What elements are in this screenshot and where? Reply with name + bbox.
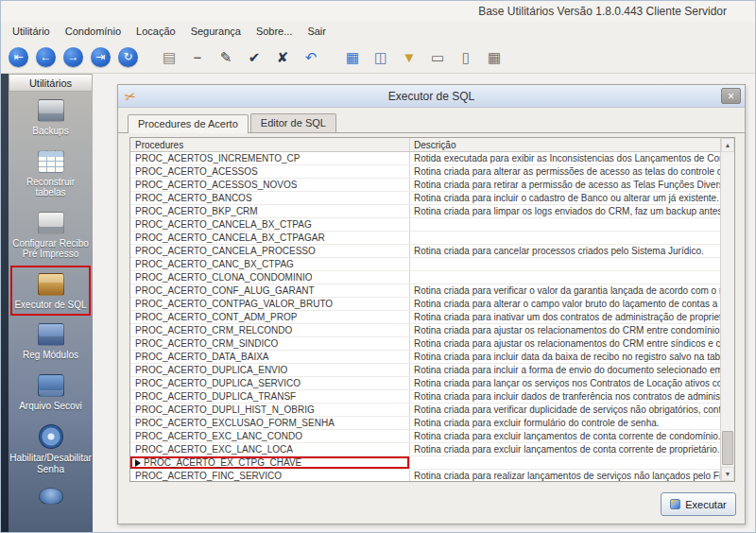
row-selector-arrow (135, 459, 141, 467)
table-row[interactable]: PROC_ACERTO_EX_CTPG_CHAVE (130, 456, 720, 470)
save-grid-icon[interactable]: ▦ (342, 45, 363, 68)
sidebar-item-reconstruir-tabelas[interactable]: Reconstruir tabelas (9, 143, 93, 204)
column-header-procedures[interactable]: Procedures (130, 138, 410, 151)
table-row[interactable]: PROC_ACERTO_CLONA_CONDOMINIO (130, 271, 720, 284)
dialog-header: ✂ Executor de SQL × (118, 85, 745, 108)
scrollbar-thumb[interactable] (722, 431, 733, 465)
description-cell: Rotina criada para ajustar os relacionam… (410, 324, 720, 336)
procedure-cell: PROC_ACERTO_BANCOS (130, 192, 410, 204)
table-row[interactable]: PROC_ACERTO_DUPLICA_SERVICO Rotina criad… (130, 377, 720, 390)
description-cell: Rotida executada para exibir as Inconsis… (410, 152, 720, 164)
table-row[interactable]: PROC_ACERTO_EXCLUSAO_FORM_SENHA Rotina c… (130, 417, 720, 430)
nav-next-icon[interactable]: → (63, 47, 83, 67)
procedure-cell: PROC_ACERTO_DUPLICA_SERVICO (130, 377, 410, 389)
table-row[interactable]: PROC_ACERTO_CONTPAG_VALOR_BRUTO Rotina c… (130, 298, 720, 311)
refresh-icon[interactable]: ↻ (118, 47, 138, 67)
sidebar-item-backups[interactable]: Backups (9, 92, 93, 143)
cancel-icon[interactable]: ✘ (272, 45, 293, 68)
procedure-cell: PROC_ACERTO_CANCELA_PROCESSO (130, 245, 410, 257)
sidebar-item-configurar-recibo[interactable]: Configurar Recibo Pré Impresso (9, 204, 93, 266)
procedure-name: PROC_ACERTO_CANCELA_BX_CTPAG (135, 219, 312, 230)
edit-icon[interactable]: ✎ (215, 45, 236, 68)
procedure-name: PROC_ACERTO_EXC_LANC_LOCA (135, 444, 293, 455)
nav-first-icon[interactable]: ⇤ (9, 47, 28, 67)
table-row[interactable]: PROC_ACERTO_CONT_ADM_PROP Rotina criada … (130, 311, 720, 324)
procedure-cell: PROC_ACERTOS_INCREMENTO_CP (130, 152, 410, 164)
toolbar-icon-glyph: ⇤ (13, 51, 23, 62)
password-disc-icon (39, 424, 63, 449)
procedure-name: PROC_ACERTO_ACESSOS (135, 166, 258, 177)
left-edge-strip (1, 74, 9, 532)
execute-button[interactable]: Executar (661, 492, 736, 516)
nav-last-icon[interactable]: ⇥ (91, 47, 111, 67)
table-row[interactable]: PROC_ACERTO_FINC_SERVICO Rotina criada p… (130, 470, 720, 482)
sidebar-item-arquivo-secovi[interactable]: Arquivo Secovi (9, 367, 93, 418)
description-cell: Rotina criada para ajustar os relacionam… (410, 337, 720, 350)
procedure-name: PROC_ACERTO_CRM_RELCONDO (135, 325, 292, 335)
sidebar-item-executor-de-sql[interactable]: Executor de SQL (10, 266, 91, 317)
description-cell (410, 456, 720, 469)
scroll-up-icon[interactable]: ▲ (721, 138, 734, 152)
table-row[interactable]: PROC_ACERTO_DUPLI_HIST_N_OBRIG Rotina cr… (130, 404, 720, 417)
document-icon[interactable]: ▯ (455, 45, 476, 68)
procedure-cell: PROC_ACERTO_DUPLICA_ENVIO (130, 364, 410, 376)
toolbar-icon-glyph: ▼ (403, 50, 417, 64)
table-row[interactable]: PROC_ACERTO_BANCOS Rotina criada para in… (130, 192, 720, 205)
sidebar-item-partial[interactable] (9, 480, 93, 510)
procedure-cell: PROC_ACERTO_CONTPAG_VALOR_BRUTO (130, 298, 410, 310)
table-row[interactable]: PROC_ACERTO_CRM_RELCONDO Rotina criada p… (130, 324, 720, 337)
table-row[interactable]: PROC_ACERTOS_INCREMENTO_CP Rotida execut… (130, 152, 720, 165)
table-row[interactable]: PROC_ACERTO_ACESSOS Rotina criada para a… (130, 165, 720, 179)
table-row[interactable]: PROC_ACERTO_CANCELA_BX_CTPAGAR (130, 232, 720, 245)
procedure-name: PROC_ACERTO_CANCELA_BX_CTPAGAR (135, 232, 325, 243)
table-row[interactable]: PROC_ACERTO_CANCELA_PROCESSO Rotina cria… (130, 245, 720, 258)
procedure-name: PROC_ACERTO_DUPLICA_TRANSF (135, 391, 296, 402)
filter-icon[interactable]: ▼ (399, 45, 420, 68)
table-row[interactable]: PROC_ACERTO_CANCELA_BX_CTPAG (130, 218, 720, 232)
menu-item[interactable]: Segurança (183, 24, 249, 39)
table-row[interactable]: PROC_ACERTO_CRM_SINDICO Rotina criada pa… (130, 337, 720, 351)
sidebar-header[interactable]: Utilitários (9, 74, 93, 92)
toolbar-icon-glyph: ✔ (249, 50, 261, 64)
table-row[interactable]: PROC_ACERTO_CANC_BX_CTPAG (130, 258, 720, 271)
nav-prev-icon[interactable]: ← (36, 47, 56, 67)
description-cell: Rotina criada para inativar um dos contr… (410, 311, 720, 323)
confirm-icon[interactable]: ✔ (244, 45, 265, 68)
table-row[interactable]: PROC_ACERTO_DATA_BAIXA Rotina criada par… (130, 351, 720, 364)
remove-icon[interactable]: − (187, 45, 208, 68)
column-header-descricao[interactable]: Descrição (410, 138, 720, 151)
table-row[interactable]: PROC_ACERTO_EXC_LANC_LOCA Rotina criada … (130, 443, 720, 456)
table-row[interactable]: PROC_ACERTO_DUPLICA_TRANSF Rotina criada… (130, 390, 720, 404)
tab[interactable]: Procedures de Acerto (128, 114, 249, 133)
table-row[interactable]: PROC_ACERTO_DUPLICA_ENVIO Rotina criada … (130, 364, 720, 377)
export-icon[interactable]: ◫ (370, 45, 391, 68)
print-icon[interactable]: ▭ (427, 45, 448, 68)
undo-icon[interactable]: ↶ (301, 45, 321, 68)
calendar-icon[interactable]: ▦ (484, 45, 505, 68)
menu-item[interactable]: Locação (129, 24, 183, 39)
table-row[interactable]: PROC_ACERTO_CONF_ALUG_GARANT Rotina cria… (130, 284, 720, 298)
procedures-table: Procedures Descrição PROC_ACERTOS_INCREM… (129, 137, 735, 482)
table-row[interactable]: PROC_ACERTO_EXC_LANC_CONDO Rotina criada… (130, 430, 720, 443)
sidebar-item-reg-modulos[interactable]: Reg Módulos (9, 316, 93, 367)
tab[interactable]: Editor de SQL (250, 113, 336, 132)
toolbar-icon-glyph: → (68, 51, 79, 62)
server-backup-icon (38, 99, 64, 122)
procedure-cell: PROC_ACERTO_BKP_CRM (130, 205, 410, 217)
notes-icon[interactable]: ▤ (159, 45, 180, 68)
sidebar-item-label: Reconstruir tabelas (10, 177, 91, 198)
menu-item[interactable]: Sobre... (249, 24, 301, 39)
sidebar-item-habilitar-desabilitar-senha[interactable]: Habilitar/Desabilitar Senha (9, 417, 93, 480)
menu-item[interactable]: Sair (300, 24, 334, 39)
toolbar-icon-glyph: ▦ (488, 50, 501, 64)
scroll-down-icon[interactable]: ▼ (721, 467, 734, 481)
table-row[interactable]: PROC_ACERTO_BKP_CRM Rotina criada para l… (130, 205, 720, 218)
table-row[interactable]: PROC_ACERTO_ACESSOS_NOVOS Rotina criada … (130, 179, 720, 192)
scrollbar-track[interactable] (721, 152, 734, 467)
main-area: ✂ Executor de SQL × Procedures de Acerto… (93, 74, 755, 532)
description-cell (410, 271, 720, 284)
menu-item[interactable]: Utilitário (5, 24, 58, 39)
menu-item[interactable]: Condomínio (58, 24, 129, 39)
procedure-cell: PROC_ACERTO_ACESSOS (130, 165, 410, 178)
close-icon[interactable]: × (721, 88, 741, 104)
